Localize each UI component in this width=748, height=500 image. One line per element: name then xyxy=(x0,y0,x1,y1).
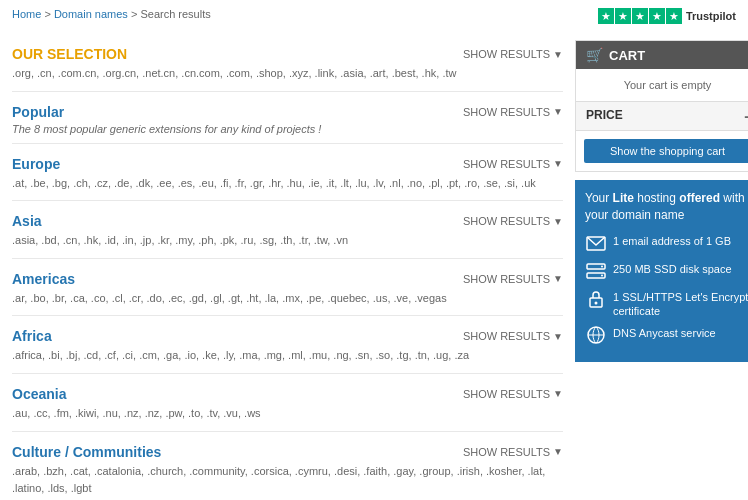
svg-point-6 xyxy=(595,301,598,304)
section-culture: Culture / Communities SHOW RESULTS ▼ .ar… xyxy=(12,438,563,500)
our-selection-show-results[interactable]: SHOW RESULTS ▼ xyxy=(463,48,563,60)
oceania-title: Oceania xyxy=(12,386,66,402)
breadcrumb-home[interactable]: Home xyxy=(12,8,41,20)
chevron-down-icon: ▼ xyxy=(553,49,563,60)
hosting-ssl-text: 1 SSL/HTTPS Let's Encrypt certificate xyxy=(613,288,748,319)
main-content: OUR SELECTION SHOW RESULTS ▼ .org, .cn, … xyxy=(12,40,563,500)
svg-point-4 xyxy=(601,274,603,276)
cart-box: 🛒 CART Your cart is empty PRICE - Show t… xyxy=(575,40,748,172)
asia-tags: .asia, .bd, .cn, .hk, .id, .in, .jp, .kr… xyxy=(12,232,563,252)
popular-title: Popular xyxy=(12,104,64,120)
popular-desc: The 8 most popular generic extensions fo… xyxy=(12,123,563,137)
americas-tags: .ar, .bo, .br, .ca, .co, .cl, .cr, .do, … xyxy=(12,290,563,310)
section-oceania: Oceania SHOW RESULTS ▼ .au, .cc, .fm, .k… xyxy=(12,380,563,432)
star-2: ★ xyxy=(615,8,631,24)
star-3: ★ xyxy=(632,8,648,24)
chevron-down-icon: ▼ xyxy=(553,106,563,117)
section-our-selection: OUR SELECTION SHOW RESULTS ▼ .org, .cn, … xyxy=(12,40,563,92)
asia-title: Asia xyxy=(12,213,42,229)
cart-icon: 🛒 xyxy=(586,47,603,63)
cart-empty-message: Your cart is empty xyxy=(576,69,748,101)
lock-icon xyxy=(585,288,607,310)
oceania-show-results[interactable]: SHOW RESULTS ▼ xyxy=(463,388,563,400)
europe-show-results[interactable]: SHOW RESULTS ▼ xyxy=(463,158,563,170)
chevron-down-icon: ▼ xyxy=(553,158,563,169)
shopping-cart-button[interactable]: Show the shopping cart xyxy=(584,139,748,163)
culture-title: Culture / Communities xyxy=(12,444,161,460)
section-popular: Popular SHOW RESULTS ▼ The 8 most popula… xyxy=(12,98,563,144)
europe-tags: .at, .be, .bg, .ch, .cz, .de, .dk, .ee, … xyxy=(12,175,563,195)
africa-tags: .africa, .bi, .bj, .cd, .cf, .ci, .cm, .… xyxy=(12,347,563,367)
trustpilot-label: Trustpilot xyxy=(686,10,736,22)
breadcrumb-domain-names[interactable]: Domain names xyxy=(54,8,128,20)
trustpilot-widget: ★ ★ ★ ★ ★ Trustpilot xyxy=(598,8,736,24)
culture-tags: .arab, .bzh, .cat, .catalonia, .church, … xyxy=(12,463,563,500)
trustpilot-stars: ★ ★ ★ ★ ★ xyxy=(598,8,682,24)
section-americas: Americas SHOW RESULTS ▼ .ar, .bo, .br, .… xyxy=(12,265,563,317)
hosting-dns-item: DNS Anycast service xyxy=(585,324,748,346)
hosting-email-item: 1 email address of 1 GB xyxy=(585,232,748,254)
chevron-down-icon: ▼ xyxy=(553,273,563,284)
chevron-down-icon: ▼ xyxy=(553,446,563,457)
popular-show-results[interactable]: SHOW RESULTS ▼ xyxy=(463,106,563,118)
section-europe: Europe SHOW RESULTS ▼ .at, .be, .bg, .ch… xyxy=(12,150,563,202)
sidebar: 🛒 CART Your cart is empty PRICE - Show t… xyxy=(575,40,748,500)
breadcrumb-current: Search results xyxy=(140,8,210,20)
hosting-email-text: 1 email address of 1 GB xyxy=(613,232,731,248)
hosting-ssl-item: 1 SSL/HTTPS Let's Encrypt certificate xyxy=(585,288,748,319)
star-1: ★ xyxy=(598,8,614,24)
price-value: - xyxy=(744,108,748,124)
section-asia: Asia SHOW RESULTS ▼ .asia, .bd, .cn, .hk… xyxy=(12,207,563,259)
africa-title: Africa xyxy=(12,328,52,344)
price-label: PRICE xyxy=(586,108,623,124)
breadcrumb: Home > Domain names > Search results xyxy=(12,8,211,20)
europe-title: Europe xyxy=(12,156,60,172)
chevron-down-icon: ▼ xyxy=(553,331,563,342)
our-selection-title: OUR SELECTION xyxy=(12,46,127,62)
price-header: PRICE - xyxy=(576,101,748,131)
chevron-down-icon: ▼ xyxy=(553,388,563,399)
asia-show-results[interactable]: SHOW RESULTS ▼ xyxy=(463,215,563,227)
star-5: ★ xyxy=(666,8,682,24)
africa-show-results[interactable]: SHOW RESULTS ▼ xyxy=(463,330,563,342)
americas-show-results[interactable]: SHOW RESULTS ▼ xyxy=(463,273,563,285)
hosting-offer-box: Your Lite hosting offered with your doma… xyxy=(575,180,748,362)
server-icon xyxy=(585,260,607,282)
cart-title: CART xyxy=(609,48,645,63)
hosting-disk-text: 250 MB SSD disk space xyxy=(613,260,732,276)
americas-title: Americas xyxy=(12,271,75,287)
star-4: ★ xyxy=(649,8,665,24)
our-selection-tags: .org, .cn, .com.cn, .org.cn, .net.cn, .c… xyxy=(12,65,563,85)
chevron-down-icon: ▼ xyxy=(553,216,563,227)
culture-show-results[interactable]: SHOW RESULTS ▼ xyxy=(463,446,563,458)
envelope-icon xyxy=(585,232,607,254)
oceania-tags: .au, .cc, .fm, .kiwi, .nu, .nz, .nz, .pw… xyxy=(12,405,563,425)
hosting-disk-item: 250 MB SSD disk space xyxy=(585,260,748,282)
hosting-title: Your Lite hosting offered with your doma… xyxy=(585,190,748,224)
cart-header: 🛒 CART xyxy=(576,41,748,69)
hosting-dns-text: DNS Anycast service xyxy=(613,324,716,340)
svg-point-3 xyxy=(601,265,603,267)
section-africa: Africa SHOW RESULTS ▼ .africa, .bi, .bj,… xyxy=(12,322,563,374)
arrows-icon xyxy=(585,324,607,346)
